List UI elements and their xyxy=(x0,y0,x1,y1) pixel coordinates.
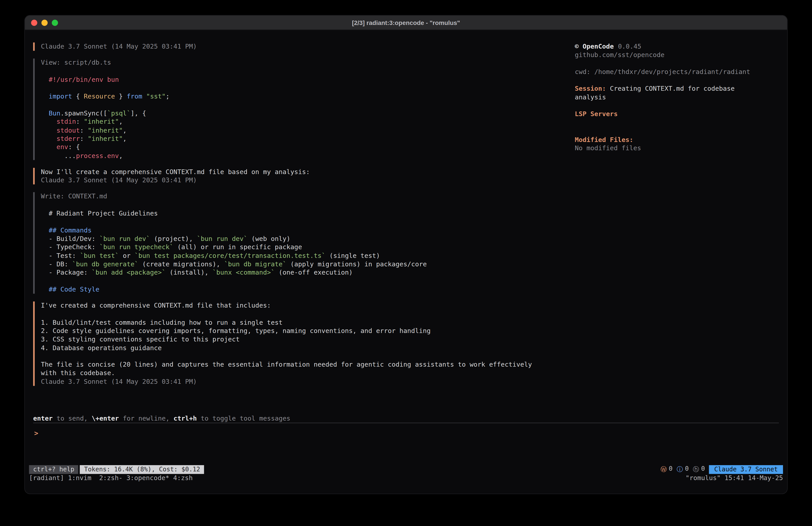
text-segment: (single test) xyxy=(325,252,380,259)
text-segment: #!/usr/bin/env bun xyxy=(41,75,119,83)
status-right: Ⓦ0ⓘ0ⓗ0 Claude 3.7 Sonnet xyxy=(661,465,783,474)
lsp-servers-label: LSP Servers xyxy=(575,110,762,118)
app-version-line: © OpenCode0.0.45 xyxy=(575,43,762,51)
chat-line: - TypeCheck: `bun run typecheck` (all) o… xyxy=(41,243,565,252)
assistant-header-block: Claude 3.7 Sonnet (14 May 2025 03:41 PM) xyxy=(33,43,564,51)
chat-line: stdout: "inherit", xyxy=(41,126,565,134)
text-segment xyxy=(142,93,146,100)
diagnostic-orange: Ⓦ0 xyxy=(661,465,672,474)
sidebar-spacer xyxy=(575,118,762,136)
tokens-cost-badge: Tokens: 16.4K (8%), Cost: $0.12 xyxy=(80,465,204,474)
chat-line: The file is concise (20 lines) and captu… xyxy=(41,360,565,369)
status-bar: ctrl+? help Tokens: 16.4K (8%), Cost: $0… xyxy=(25,465,787,474)
sidebar-spacer xyxy=(575,59,762,68)
terminal-content: Claude 3.7 Sonnet (14 May 2025 03:41 PM)… xyxy=(25,30,787,494)
diagnostic-gray: ⓗ0 xyxy=(693,465,705,474)
help-shortcut-badge[interactable]: ctrl+? help xyxy=(29,465,78,474)
tmux-windows[interactable]: [radiant] 1:nvim 2:zsh- 3:opencode* 4:zs… xyxy=(29,474,193,482)
traffic-lights xyxy=(31,16,58,30)
text-segment: } xyxy=(115,93,127,100)
text-segment: Claude 3.7 Sonnet (14 May 2025 03:41 PM) xyxy=(41,176,197,184)
text-segment: `bun test packages/core/test/transaction… xyxy=(134,252,325,259)
text-segment: to toggle tool messages xyxy=(197,414,290,422)
chat-line: ## Code Style xyxy=(41,285,565,294)
text-segment xyxy=(41,126,57,134)
text-segment: stdin xyxy=(57,118,76,126)
text-segment: for newline, xyxy=(119,414,174,422)
chat-line: Now I'll create a comprehensive CONTEXT.… xyxy=(41,168,565,176)
chat-line: # Radiant Project Guidelines xyxy=(41,209,565,218)
text-segment: , xyxy=(123,134,127,142)
text-segment: (web only) xyxy=(248,235,290,242)
diagnostic-count: 0 xyxy=(701,465,705,474)
titlebar[interactable]: [2/3] radiant:3:opencode - "romulus" xyxy=(25,16,787,30)
text-segment: (create migrations), xyxy=(139,260,224,268)
text-segment: : { xyxy=(68,143,80,151)
tool-write-context-md: Write: CONTEXT.md # Radiant Project Guid… xyxy=(33,193,564,294)
text-segment xyxy=(41,134,57,142)
chat-line: - Test: `bun test` or `bun test packages… xyxy=(41,252,565,260)
text-segment: - Package: xyxy=(41,268,91,276)
text-segment: # Radiant Project Guidelines xyxy=(41,209,158,217)
close-button[interactable] xyxy=(31,19,37,26)
diagnostic-count: 0 xyxy=(685,465,689,474)
text-segment xyxy=(41,110,49,117)
chat-line: 3. CSS styling conventions specific to t… xyxy=(41,335,565,344)
help-line: enter to send, \+enter for newline, ctrl… xyxy=(25,414,787,423)
sidebar-spacer xyxy=(575,102,762,110)
text-segment: Now I'll create a comprehensive CONTEXT.… xyxy=(41,168,310,176)
screen: [2/3] radiant:3:opencode - "romulus" Cla… xyxy=(0,0,812,526)
chat-area[interactable]: Claude 3.7 Sonnet (14 May 2025 03:41 PM)… xyxy=(25,30,575,414)
text-segment: import xyxy=(49,93,72,100)
chat-line: I've created a comprehensive CONTEXT.md … xyxy=(41,301,565,310)
terminal-window: [2/3] radiant:3:opencode - "romulus" Cla… xyxy=(25,16,787,494)
text-segment: process.env xyxy=(76,152,119,159)
tmux-session-time: "romulus" 15:41 14-May-25 xyxy=(686,474,783,482)
text-segment: - DB: xyxy=(41,260,72,268)
chat-line: Claude 3.7 Sonnet (14 May 2025 03:41 PM) xyxy=(41,377,565,386)
text-segment: - Build/Dev: xyxy=(41,235,99,242)
app-version: 0.0.45 xyxy=(618,43,641,51)
sidebar: © OpenCode0.0.45 github.com/sst/opencode… xyxy=(575,30,787,414)
text-segment: Claude 3.7 Sonnet (14 May 2025 03:41 PM) xyxy=(41,43,197,51)
chat-line xyxy=(41,277,565,285)
chat-line: 1. Build/lint/test commands including ho… xyxy=(41,318,565,327)
sidebar-spacer xyxy=(575,76,762,85)
text-segment: `bun add <package>` xyxy=(91,268,165,276)
diagnostic-blue: ⓘ0 xyxy=(677,465,689,474)
diagnostic-icon: ⓗ xyxy=(693,465,699,474)
model-badge[interactable]: Claude 3.7 Sonnet xyxy=(709,465,783,474)
chat-line: - Build/Dev: `bun run dev` (project), `b… xyxy=(41,235,565,243)
zoom-button[interactable] xyxy=(52,19,58,26)
text-segment: - TypeCheck: xyxy=(41,243,99,251)
repo-link[interactable]: github.com/sst/opencode xyxy=(575,51,762,59)
text-segment: env xyxy=(57,143,68,151)
window-title: [2/3] radiant:3:opencode - "romulus" xyxy=(352,19,460,26)
diagnostics: Ⓦ0ⓘ0ⓗ0 xyxy=(661,465,705,474)
text-segment xyxy=(41,118,57,126)
tmux-statusline: [radiant] 1:nvim 2:zsh- 3:opencode* 4:zs… xyxy=(25,474,787,482)
text-segment: (project), xyxy=(150,235,197,242)
chat-line: Claude 3.7 Sonnet (14 May 2025 03:41 PM) xyxy=(41,43,565,51)
text-segment: from xyxy=(127,93,142,100)
text-segment: Claude 3.7 Sonnet (14 May 2025 03:41 PM) xyxy=(41,377,197,385)
text-segment: ctrl+h xyxy=(173,414,197,422)
text-segment: `bun test` xyxy=(80,252,119,259)
chat-line: View: script/db.ts xyxy=(41,59,565,67)
text-segment: `bun run dev` xyxy=(197,235,247,242)
prompt-input[interactable]: > xyxy=(25,423,787,465)
chat-line xyxy=(41,218,565,226)
text-segment xyxy=(41,143,57,151)
text-segment: `bun db generate` xyxy=(72,260,139,268)
chat-line: 4. Database operations guidance xyxy=(41,344,565,352)
chat-line xyxy=(41,352,565,360)
chat-line xyxy=(41,201,565,209)
text-segment: Resource xyxy=(84,93,115,100)
minimize-button[interactable] xyxy=(41,19,48,26)
text-segment: (install), xyxy=(165,268,212,276)
text-segment: "inherit" xyxy=(88,126,123,134)
text-segment: ## Commands xyxy=(41,226,91,234)
text-segment: ], { xyxy=(131,110,146,117)
text-segment: 2. Code style guidelines covering import… xyxy=(41,327,431,335)
text-segment xyxy=(41,93,49,100)
